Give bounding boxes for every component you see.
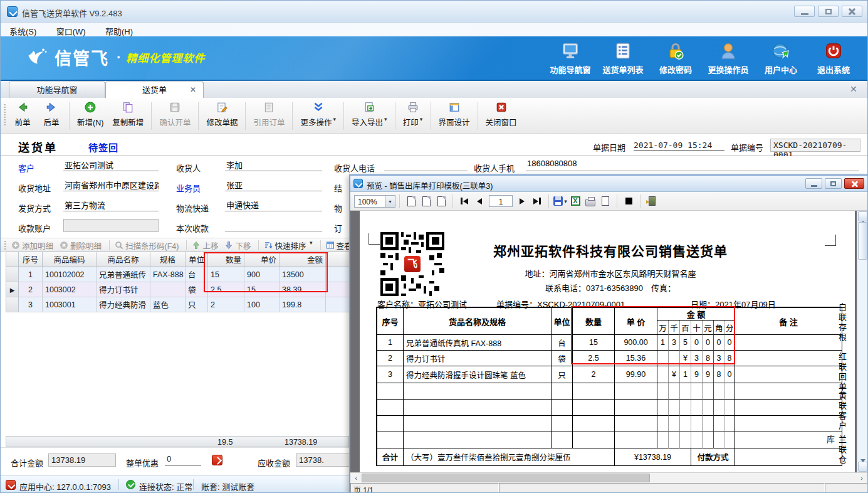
blank-doc-icon [602, 196, 609, 206]
preview-minimize-button[interactable] [805, 178, 822, 189]
qr-center-logo: 飞 [403, 255, 422, 273]
scroll-thumb[interactable] [858, 222, 867, 260]
logistics-label: 物流快递 [176, 202, 209, 214]
col-code[interactable]: 商品编码 [43, 252, 97, 267]
tab-nav-window[interactable]: 功能导航窗 [9, 82, 105, 98]
tabstrip-close-icon[interactable]: ✕ [850, 85, 859, 93]
preview-close-button[interactable] [844, 178, 864, 189]
stop-button[interactable] [621, 194, 636, 209]
sort-icon [264, 241, 273, 250]
scroll-down-button[interactable] [858, 462, 867, 472]
logistics-field[interactable]: 申通快递 [225, 199, 322, 211]
salesman-label[interactable]: 业务员 [176, 182, 201, 194]
scan-barcode-button[interactable]: 扫描条形码(F4) [115, 240, 179, 252]
close-window-button[interactable]: 关闭窗口 [481, 100, 521, 129]
brand-name: 信管飞 [55, 45, 109, 70]
chevron-down-icon[interactable]: ▾ [385, 196, 395, 207]
ui-design-button[interactable]: 界面设计 [434, 100, 474, 129]
ship-field[interactable]: 第三方物流 [63, 199, 159, 211]
page-width-button[interactable] [419, 194, 434, 209]
calculator-icon[interactable] [212, 455, 222, 465]
phone-field[interactable] [384, 159, 468, 171]
tab-delivery-order[interactable]: 送货单 ✕ [105, 82, 204, 98]
menu-help[interactable]: 帮助(H) [97, 23, 142, 37]
print-button[interactable]: 打印▾ [399, 100, 427, 129]
preview-title-bar[interactable]: 预览 - 销售出库单打印模板(三联单3) [350, 176, 867, 192]
customer-label[interactable]: 客户 [18, 162, 34, 174]
order-date-field[interactable]: 2021-07-09 15:24 [634, 140, 724, 151]
scroll-left-button[interactable]: ‹ [351, 474, 361, 483]
scroll-up-button[interactable] [858, 211, 867, 221]
last-page-button[interactable] [530, 194, 545, 209]
import-export-button[interactable]: 导入导出▾ [347, 100, 392, 129]
print-button-preview[interactable] [583, 194, 598, 209]
page-whole-button[interactable] [404, 194, 419, 209]
banner-action-usercenter[interactable]: 用户中心 [755, 41, 807, 75]
doc-total-label: 合计 [377, 448, 404, 466]
banner-action-nav[interactable]: 功能导航窗 [544, 41, 597, 75]
delete-detail-button[interactable]: 删除明细 [60, 240, 102, 252]
quick-sort-button[interactable]: 快速排序 ▾ [264, 240, 312, 252]
move-up-button[interactable]: 上移 [192, 240, 218, 252]
status-panel-2 [499, 483, 825, 493]
exit-preview-button[interactable] [644, 194, 659, 209]
col-amount[interactable]: 金额 [280, 252, 326, 267]
minimize-button[interactable] [794, 6, 815, 17]
grid-row-3[interactable]: 3 1003001 得力经典防滑 蓝色 只 2 100 199.8 [6, 297, 350, 312]
save-button[interactable]: ▾ [553, 194, 568, 209]
col-name[interactable]: 商品名称 [97, 252, 150, 267]
grid-row-2-selected[interactable]: ▶ 2 1003002 得力订书针 袋 2.5 15 38.39 [6, 282, 350, 297]
menu-window[interactable]: 窗口(W) [48, 23, 95, 37]
col-price[interactable]: 单价 [244, 252, 280, 267]
col-no[interactable]: 序号 [19, 252, 43, 267]
mobile-label: 收货人手机 [474, 162, 515, 174]
banner-action-operator[interactable]: 更换操作员 [702, 41, 755, 75]
more-actions-button[interactable]: 更多操作▾ [296, 100, 340, 129]
copy-add-button[interactable]: 复制新增 [108, 100, 148, 129]
customer-field[interactable]: 亚拓公司测试 [63, 159, 159, 171]
brand-slogan: 精细化管理软件 [126, 50, 205, 65]
blank-page-button[interactable] [598, 194, 613, 209]
close-button[interactable] [842, 6, 862, 17]
banner-action-password[interactable]: 修改密码 [649, 41, 702, 75]
banner-sheen [143, 24, 588, 85]
next-page-button[interactable] [515, 194, 530, 209]
col-unit[interactable]: 单位 [186, 252, 208, 267]
payment-field[interactable] [225, 219, 322, 231]
receiver-field[interactable]: 李加 [225, 159, 322, 171]
mobile-field[interactable]: 18608080808 [526, 159, 859, 171]
discount-field[interactable]: 0 [165, 454, 201, 466]
address-field[interactable]: 河南省郑州市中原区建设路 [63, 179, 159, 191]
add-detail-button[interactable]: 添加明细 [11, 240, 53, 252]
maximize-button[interactable] [818, 6, 839, 17]
prev-order-button[interactable]: 前单 [8, 100, 37, 129]
col-qty[interactable]: 数量 [208, 252, 244, 267]
scroll-right-button[interactable]: › [857, 474, 867, 483]
next-order-button[interactable]: 后单 [37, 100, 66, 129]
preview-vertical-scrollbar[interactable] [857, 211, 867, 472]
confirm-order-button[interactable]: 确认开单 [155, 100, 195, 129]
view-button[interactable]: 查看 [326, 240, 352, 252]
banner-action-exit[interactable]: 退出系统 [807, 41, 860, 75]
preview-restore-button[interactable] [825, 178, 842, 189]
grid-row-1[interactable]: 1 100102002 兄弟普通纸传 FAX-888 台 15 900 1350… [6, 267, 350, 282]
preview-horizontal-scrollbar[interactable]: ‹ › [350, 472, 867, 483]
add-new-button[interactable]: 新增(N) [73, 100, 108, 129]
tab-close-icon[interactable]: ✕ [189, 86, 197, 93]
col-spec[interactable]: 规格 [150, 252, 186, 267]
prev-page-button[interactable] [472, 194, 487, 209]
page-100-button[interactable] [434, 194, 449, 209]
export-excel-button[interactable]: X [568, 194, 583, 209]
account-field[interactable] [63, 219, 159, 232]
page-number-input[interactable]: 1 [489, 195, 513, 207]
ref-order-button[interactable]: 引用订单 [249, 100, 289, 129]
banner-action-list[interactable]: 送货单列表 [597, 41, 649, 75]
move-down-button[interactable]: 下移 [224, 240, 251, 252]
payment-label: 本次收款 [176, 222, 209, 234]
salesman-field[interactable]: 张亚 [225, 179, 322, 191]
menu-system[interactable]: 系统(S) [1, 23, 45, 37]
zoom-select[interactable]: 100%▾ [354, 195, 395, 208]
hscroll-thumb[interactable] [362, 474, 650, 482]
modify-order-button[interactable]: 修改单据 [202, 100, 242, 129]
first-page-button[interactable] [457, 194, 472, 209]
